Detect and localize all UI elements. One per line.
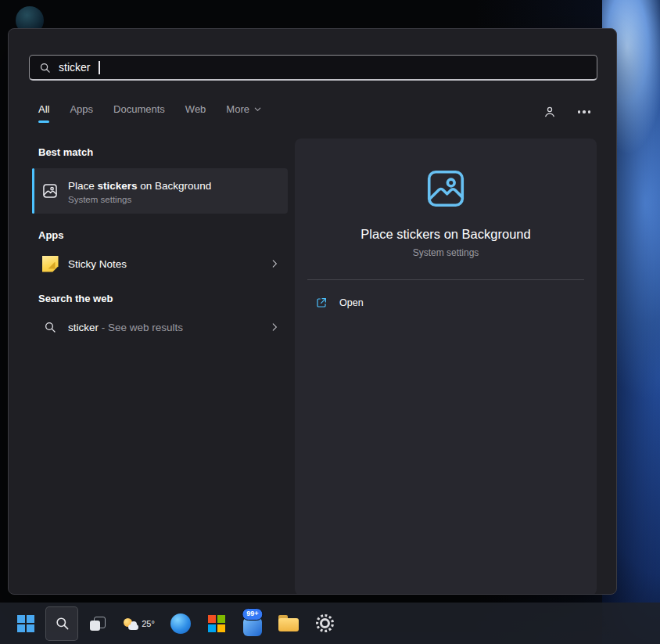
file-explorer-button[interactable] [272,606,305,641]
apps-header: Apps [38,229,288,241]
folder-icon [278,615,299,631]
result-web-search[interactable]: sticker - See web results [32,312,288,342]
filter-tabs: All Apps Documents Web More [38,103,262,123]
app-button-microsoft[interactable] [200,606,233,641]
tab-all-label: All [38,103,49,115]
web-header: Search the web [38,293,288,304]
desktop-background: sticker All Apps Documents Web Mo [0,0,660,644]
open-label: Open [339,297,364,308]
tab-apps[interactable]: Apps [70,103,93,123]
weather-temperature: 25° [142,619,155,628]
open-button[interactable]: Open [315,297,364,309]
result-place-stickers[interactable]: Place stickers on Background System sett… [32,168,288,214]
account-icon [543,105,557,119]
gear-icon [316,614,334,632]
search-flyout-panel: sticker All Apps Documents Web Mo [8,28,617,595]
chevron-right-icon [269,258,280,269]
weather-icon [124,617,138,630]
picture-icon [41,182,59,200]
active-tab-underline [38,121,49,123]
task-view-button[interactable] [81,606,114,641]
start-button[interactable] [9,606,42,641]
result-text: Place stickers on Background System sett… [68,178,211,204]
windows-logo-icon [17,615,34,632]
settings-button[interactable] [308,606,341,641]
tab-web-label: Web [185,103,206,115]
sticky-notes-icon [41,255,59,272]
tab-more[interactable]: More [226,103,262,123]
chevron-down-icon [253,105,262,113]
round-blue-app-icon [170,613,191,634]
app-button-round[interactable] [164,606,197,641]
account-button[interactable] [541,104,558,120]
result-title: Place stickers on Background [68,180,211,192]
filter-tabs-row: All Apps Documents Web More [38,103,593,123]
search-query-text: sticker [59,61,90,74]
tab-documents-label: Documents [113,103,165,115]
results-list: Best match Place stickers on Background … [32,146,288,342]
picture-icon-large [423,166,468,211]
tab-all[interactable]: All [38,103,49,123]
app-button-badged[interactable]: 99+ [236,606,269,641]
tab-documents[interactable]: Documents [113,103,165,123]
chevron-right-icon [269,322,280,333]
taskbar-search-button[interactable] [45,606,78,641]
microsoft-squares-icon [208,615,225,632]
search-icon [39,62,51,74]
text-caret [99,61,100,74]
result-title: Sticky Notes [68,258,127,270]
divider [307,279,584,280]
search-input[interactable]: sticker [29,55,597,81]
task-view-icon [90,617,106,631]
result-sticky-notes[interactable]: Sticky Notes [32,249,288,279]
search-icon [55,616,70,631]
preview-subtitle: System settings [295,247,597,258]
tab-apps-label: Apps [70,103,93,115]
result-title: sticker - See web results [68,322,183,333]
ellipsis-icon [578,110,591,113]
best-match-header: Best match [38,146,288,158]
notification-badge: 99+ [242,608,263,621]
result-subtitle: System settings [68,195,211,204]
tab-more-label: More [226,103,249,115]
open-external-icon [315,297,328,309]
more-options-button[interactable] [576,104,593,120]
tab-web[interactable]: Web [185,103,206,123]
search-header-actions [541,103,593,120]
search-icon [41,318,59,336]
preview-title: Place stickers on Background [295,227,597,242]
preview-pane: Place stickers on Background System sett… [295,139,597,595]
widgets-weather-button[interactable]: 25° [117,606,161,641]
taskbar: 25° 99+ [0,603,660,644]
